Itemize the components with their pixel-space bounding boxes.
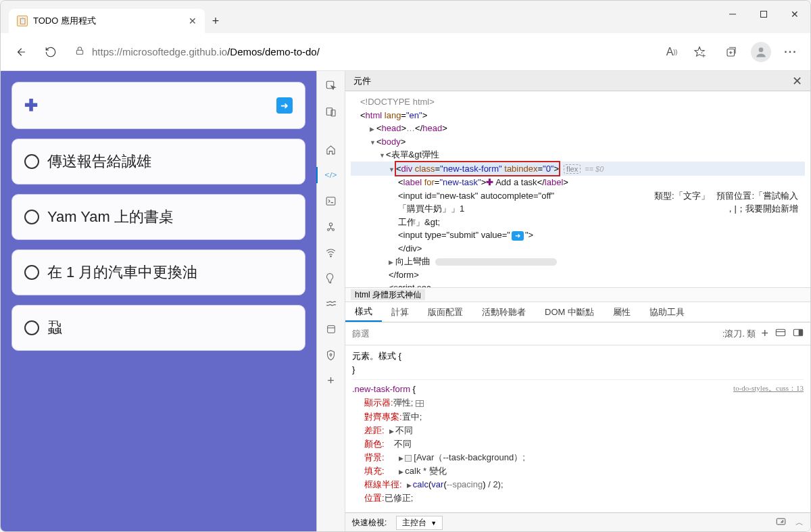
- dom-breadcrumb[interactable]: html 身體形式神仙: [345, 287, 810, 302]
- svg-point-12: [330, 256, 331, 256]
- radio-icon[interactable]: [24, 210, 39, 224]
- network-icon[interactable]: [322, 243, 341, 262]
- radio-icon[interactable]: [24, 154, 39, 169]
- security-icon[interactable]: [322, 345, 341, 364]
- back-button[interactable]: [7, 39, 34, 66]
- tab-title: TODO 應用程式: [33, 15, 183, 27]
- drawer-label: 快速檢視:: [352, 517, 387, 529]
- tab-properties[interactable]: 屬性: [604, 302, 640, 322]
- dom-tree[interactable]: <!DOCTYPE html> <html lang="en"> ▶<head>…: [345, 91, 810, 287]
- browser-tab[interactable]: 📋 TODO 應用程式 ✕: [9, 9, 205, 33]
- application-icon[interactable]: [322, 320, 341, 339]
- svg-point-11: [333, 228, 335, 231]
- radio-icon[interactable]: [24, 320, 39, 335]
- addressbar: https://microsoftedge.github.io/Demos/de…: [1, 33, 810, 71]
- window-close-button[interactable]: ✕: [779, 1, 810, 28]
- svg-rect-2: [76, 50, 82, 54]
- svg-rect-1: [761, 11, 767, 18]
- elements-tab-label: 元件: [353, 75, 371, 87]
- task-label: 傳送報告給誠雄: [47, 151, 151, 172]
- url-box[interactable]: https://microsoftedge.github.io/Demos/de…: [67, 40, 649, 64]
- more-icon[interactable]: ···: [778, 39, 804, 65]
- more-tools-icon[interactable]: +: [322, 371, 341, 390]
- devtools-close-icon[interactable]: ✕: [792, 74, 802, 89]
- svg-point-14: [330, 354, 332, 356]
- styles-tabs: 樣式 計算 版面配置 活動聆聽者 DOM 中斷點 屬性 協助工具: [345, 302, 810, 322]
- tab-a11y[interactable]: 協助工具: [640, 302, 694, 322]
- addressbar-right: A)) + ···: [659, 39, 804, 65]
- welcome-icon[interactable]: [322, 140, 341, 159]
- tab-breakpoints[interactable]: DOM 中斷點: [535, 302, 604, 322]
- task-item[interactable]: 蝨: [11, 305, 305, 351]
- profile-button[interactable]: [748, 39, 774, 65]
- submit-button[interactable]: ➜: [276, 97, 293, 114]
- lock-icon: [74, 45, 85, 58]
- collections-icon[interactable]: [718, 39, 744, 65]
- tab-layout[interactable]: 版面配置: [418, 302, 472, 322]
- minimize-button[interactable]: [717, 1, 748, 28]
- new-task-form[interactable]: ✚ ➜: [11, 82, 305, 129]
- tab-computed[interactable]: 計算: [382, 302, 418, 322]
- task-item[interactable]: Yam Yam 上的書桌: [11, 194, 305, 240]
- task-label: 蝨: [47, 318, 62, 338]
- drawer: 快速檢視: 主控台▼ ︿: [345, 512, 810, 532]
- task-item[interactable]: 傳送報告給誠雄: [11, 139, 305, 185]
- svg-rect-18: [777, 518, 785, 525]
- toggle-classes-icon[interactable]: [775, 328, 786, 339]
- window-controls: ✕: [717, 1, 810, 28]
- devtools-main: 元件 ✕ <!DOCTYPE html> <html lang="en"> ▶<…: [345, 71, 810, 532]
- task-item[interactable]: 在 1 月的汽車中更換油: [11, 249, 305, 295]
- radio-icon[interactable]: [24, 265, 39, 280]
- svg-point-10: [328, 228, 330, 231]
- drawer-collapse-icon[interactable]: ︿: [795, 517, 804, 529]
- tab-favicon: 📋: [17, 16, 28, 26]
- elements-icon[interactable]: </>: [322, 166, 341, 185]
- devtools: </> + 元件 ✕ <!DOCTYPE html> <html lang="e…: [316, 71, 810, 532]
- svg-rect-15: [776, 329, 785, 335]
- app-pane: ✚ ➜ 傳送報告給誠雄 Yam Yam 上的書桌 在 1 月的汽車中更換油 蝨: [1, 71, 316, 532]
- memory-icon[interactable]: [322, 294, 341, 313]
- new-rule-icon[interactable]: +: [761, 327, 768, 341]
- styles-body[interactable]: 元素。樣式 { } to-do-styles。cuss：13 .new-task…: [345, 345, 810, 512]
- svg-point-4: [759, 47, 764, 52]
- tab-styles[interactable]: 樣式: [345, 302, 382, 322]
- elements-header: 元件 ✕: [345, 71, 810, 91]
- styles-filter-input[interactable]: [352, 329, 717, 339]
- sources-icon[interactable]: [322, 217, 341, 236]
- plus-icon: ✚: [24, 96, 38, 115]
- tab-strip: 📋 TODO 應用程式 ✕ +: [1, 1, 226, 33]
- tab-close-icon[interactable]: ✕: [189, 16, 197, 26]
- read-aloud-icon[interactable]: A)): [659, 39, 685, 65]
- maximize-button[interactable]: [748, 1, 779, 28]
- computed-toggle-icon[interactable]: [793, 328, 804, 339]
- svg-rect-17: [799, 329, 803, 335]
- devtools-activity-bar: </> +: [317, 71, 345, 532]
- device-icon[interactable]: [322, 102, 341, 121]
- inspect-icon[interactable]: [322, 76, 341, 95]
- task-label: Yam Yam 上的書桌: [47, 207, 174, 227]
- source-link[interactable]: to-do-styles。cuss：13: [733, 383, 804, 394]
- tab-listeners[interactable]: 活動聆聽者: [472, 302, 535, 322]
- content: ✚ ➜ 傳送報告給誠雄 Yam Yam 上的書桌 在 1 月的汽車中更換油 蝨 …: [1, 71, 810, 532]
- task-label: 在 1 月的汽車中更換油: [47, 262, 197, 283]
- svg-point-9: [329, 222, 332, 225]
- svg-rect-8: [326, 197, 335, 204]
- performance-icon[interactable]: [322, 268, 341, 287]
- svg-rect-13: [327, 326, 335, 333]
- drawer-select[interactable]: 主控台▼: [396, 516, 443, 530]
- url-text: https://microsoftedge.github.io/Demos/de…: [92, 46, 642, 57]
- hov-button[interactable]: :滾刀. 類: [722, 328, 756, 340]
- favorite-icon[interactable]: +: [689, 39, 714, 65]
- styles-filter-row: :滾刀. 類 +: [345, 322, 810, 345]
- drawer-dock-icon[interactable]: [776, 517, 786, 529]
- new-tab-button[interactable]: +: [205, 9, 226, 33]
- refresh-button[interactable]: [37, 39, 64, 66]
- titlebar: 📋 TODO 應用程式 ✕ + ✕: [1, 1, 810, 33]
- console-icon[interactable]: [322, 191, 341, 210]
